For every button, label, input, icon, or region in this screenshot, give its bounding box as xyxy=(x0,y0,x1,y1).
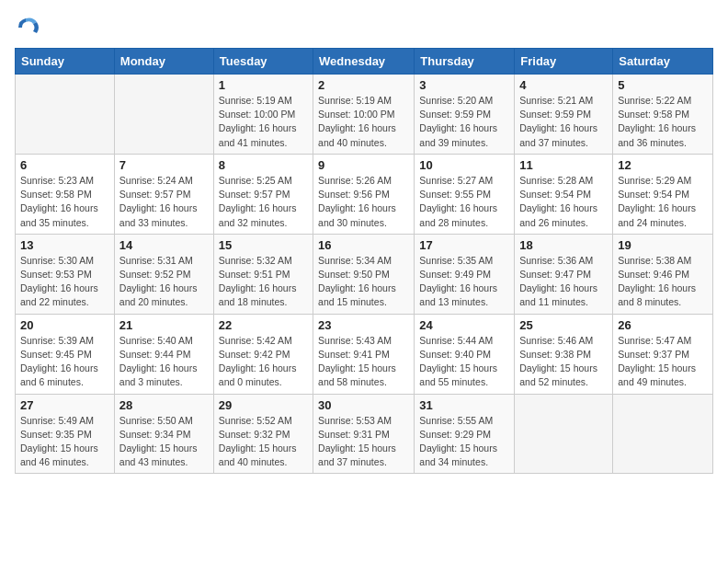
calendar-cell: 16Sunrise: 5:34 AM Sunset: 9:50 PM Dayli… xyxy=(313,234,415,314)
day-info: Sunrise: 5:38 AM Sunset: 9:46 PM Dayligh… xyxy=(618,254,708,310)
day-number: 11 xyxy=(519,158,608,172)
calendar-cell: 3Sunrise: 5:20 AM Sunset: 9:59 PM Daylig… xyxy=(415,75,515,155)
day-number: 28 xyxy=(119,398,209,412)
calendar-cell: 13Sunrise: 5:30 AM Sunset: 9:53 PM Dayli… xyxy=(16,234,115,314)
day-number: 21 xyxy=(119,318,209,332)
calendar-col-header: Thursday xyxy=(415,49,515,75)
calendar-cell: 25Sunrise: 5:46 AM Sunset: 9:38 PM Dayli… xyxy=(515,314,613,394)
day-number: 7 xyxy=(119,158,209,172)
day-info: Sunrise: 5:26 AM Sunset: 9:56 PM Dayligh… xyxy=(318,174,409,230)
day-info: Sunrise: 5:50 AM Sunset: 9:34 PM Dayligh… xyxy=(119,414,209,470)
day-number: 6 xyxy=(20,158,109,172)
day-number: 10 xyxy=(419,158,509,172)
day-info: Sunrise: 5:35 AM Sunset: 9:49 PM Dayligh… xyxy=(419,254,509,310)
day-number: 17 xyxy=(419,238,509,252)
calendar-cell xyxy=(613,394,713,474)
day-number: 25 xyxy=(519,318,608,332)
day-info: Sunrise: 5:42 AM Sunset: 9:42 PM Dayligh… xyxy=(219,334,308,390)
day-number: 19 xyxy=(618,238,708,252)
calendar-cell: 31Sunrise: 5:55 AM Sunset: 9:29 PM Dayli… xyxy=(415,394,515,474)
day-info: Sunrise: 5:39 AM Sunset: 9:45 PM Dayligh… xyxy=(20,334,109,390)
calendar-cell: 29Sunrise: 5:52 AM Sunset: 9:32 PM Dayli… xyxy=(213,394,313,474)
calendar-cell: 6Sunrise: 5:23 AM Sunset: 9:58 PM Daylig… xyxy=(16,154,115,234)
calendar-week-row: 1Sunrise: 5:19 AM Sunset: 10:00 PM Dayli… xyxy=(16,75,713,155)
day-info: Sunrise: 5:53 AM Sunset: 9:31 PM Dayligh… xyxy=(318,414,409,470)
day-number: 16 xyxy=(318,238,409,252)
calendar-cell xyxy=(515,394,613,474)
day-number: 13 xyxy=(20,238,109,252)
day-number: 18 xyxy=(519,238,608,252)
calendar-cell: 12Sunrise: 5:29 AM Sunset: 9:54 PM Dayli… xyxy=(613,154,713,234)
day-number: 26 xyxy=(618,318,708,332)
calendar-week-row: 13Sunrise: 5:30 AM Sunset: 9:53 PM Dayli… xyxy=(16,234,713,314)
day-info: Sunrise: 5:43 AM Sunset: 9:41 PM Dayligh… xyxy=(318,334,409,390)
calendar-cell: 11Sunrise: 5:28 AM Sunset: 9:54 PM Dayli… xyxy=(515,154,613,234)
day-info: Sunrise: 5:46 AM Sunset: 9:38 PM Dayligh… xyxy=(519,334,608,390)
calendar-cell: 27Sunrise: 5:49 AM Sunset: 9:35 PM Dayli… xyxy=(16,394,115,474)
day-number: 4 xyxy=(519,78,608,92)
day-number: 30 xyxy=(318,398,409,412)
day-info: Sunrise: 5:34 AM Sunset: 9:50 PM Dayligh… xyxy=(318,254,409,310)
calendar-cell: 17Sunrise: 5:35 AM Sunset: 9:49 PM Dayli… xyxy=(415,234,515,314)
day-info: Sunrise: 5:22 AM Sunset: 9:58 PM Dayligh… xyxy=(618,94,708,150)
calendar-cell: 24Sunrise: 5:44 AM Sunset: 9:40 PM Dayli… xyxy=(415,314,515,394)
day-info: Sunrise: 5:55 AM Sunset: 9:29 PM Dayligh… xyxy=(419,414,509,470)
day-info: Sunrise: 5:49 AM Sunset: 9:35 PM Dayligh… xyxy=(20,414,109,470)
calendar-cell: 7Sunrise: 5:24 AM Sunset: 9:57 PM Daylig… xyxy=(114,154,213,234)
day-number: 14 xyxy=(119,238,209,252)
logo-icon xyxy=(15,15,40,40)
calendar-cell: 30Sunrise: 5:53 AM Sunset: 9:31 PM Dayli… xyxy=(313,394,415,474)
day-info: Sunrise: 5:28 AM Sunset: 9:54 PM Dayligh… xyxy=(519,174,608,230)
calendar-cell: 4Sunrise: 5:21 AM Sunset: 9:59 PM Daylig… xyxy=(515,75,613,155)
day-number: 23 xyxy=(318,318,409,332)
calendar-cell: 22Sunrise: 5:42 AM Sunset: 9:42 PM Dayli… xyxy=(213,314,313,394)
calendar-col-header: Monday xyxy=(114,49,213,75)
calendar-cell: 28Sunrise: 5:50 AM Sunset: 9:34 PM Dayli… xyxy=(114,394,213,474)
calendar-cell: 5Sunrise: 5:22 AM Sunset: 9:58 PM Daylig… xyxy=(613,75,713,155)
day-info: Sunrise: 5:25 AM Sunset: 9:57 PM Dayligh… xyxy=(219,174,308,230)
day-info: Sunrise: 5:20 AM Sunset: 9:59 PM Dayligh… xyxy=(419,94,509,150)
calendar-cell: 26Sunrise: 5:47 AM Sunset: 9:37 PM Dayli… xyxy=(613,314,713,394)
day-info: Sunrise: 5:19 AM Sunset: 10:00 PM Daylig… xyxy=(318,94,409,150)
calendar-col-header: Sunday xyxy=(16,49,115,75)
calendar-week-row: 6Sunrise: 5:23 AM Sunset: 9:58 PM Daylig… xyxy=(16,154,713,234)
calendar-cell: 8Sunrise: 5:25 AM Sunset: 9:57 PM Daylig… xyxy=(213,154,313,234)
calendar-cell: 23Sunrise: 5:43 AM Sunset: 9:41 PM Dayli… xyxy=(313,314,415,394)
day-number: 2 xyxy=(318,78,409,92)
calendar-week-row: 27Sunrise: 5:49 AM Sunset: 9:35 PM Dayli… xyxy=(16,394,713,474)
day-number: 8 xyxy=(219,158,308,172)
day-info: Sunrise: 5:40 AM Sunset: 9:44 PM Dayligh… xyxy=(119,334,209,390)
day-number: 1 xyxy=(219,78,308,92)
calendar-header-row: SundayMondayTuesdayWednesdayThursdayFrid… xyxy=(16,49,713,75)
day-number: 3 xyxy=(419,78,509,92)
day-number: 31 xyxy=(419,398,509,412)
day-number: 29 xyxy=(219,398,308,412)
day-number: 5 xyxy=(618,78,708,92)
calendar-cell: 1Sunrise: 5:19 AM Sunset: 10:00 PM Dayli… xyxy=(213,75,313,155)
calendar-table: SundayMondayTuesdayWednesdayThursdayFrid… xyxy=(15,48,713,474)
day-info: Sunrise: 5:24 AM Sunset: 9:57 PM Dayligh… xyxy=(119,174,209,230)
day-info: Sunrise: 5:52 AM Sunset: 9:32 PM Dayligh… xyxy=(219,414,308,470)
calendar-cell: 20Sunrise: 5:39 AM Sunset: 9:45 PM Dayli… xyxy=(16,314,115,394)
day-info: Sunrise: 5:30 AM Sunset: 9:53 PM Dayligh… xyxy=(20,254,109,310)
logo xyxy=(15,15,44,40)
calendar-cell: 18Sunrise: 5:36 AM Sunset: 9:47 PM Dayli… xyxy=(515,234,613,314)
page-header xyxy=(15,15,713,40)
day-info: Sunrise: 5:19 AM Sunset: 10:00 PM Daylig… xyxy=(219,94,308,150)
day-info: Sunrise: 5:23 AM Sunset: 9:58 PM Dayligh… xyxy=(20,174,109,230)
day-info: Sunrise: 5:32 AM Sunset: 9:51 PM Dayligh… xyxy=(219,254,308,310)
calendar-cell: 9Sunrise: 5:26 AM Sunset: 9:56 PM Daylig… xyxy=(313,154,415,234)
calendar-week-row: 20Sunrise: 5:39 AM Sunset: 9:45 PM Dayli… xyxy=(16,314,713,394)
day-number: 27 xyxy=(20,398,109,412)
day-info: Sunrise: 5:27 AM Sunset: 9:55 PM Dayligh… xyxy=(419,174,509,230)
calendar-col-header: Wednesday xyxy=(313,49,415,75)
day-info: Sunrise: 5:31 AM Sunset: 9:52 PM Dayligh… xyxy=(119,254,209,310)
calendar-cell: 2Sunrise: 5:19 AM Sunset: 10:00 PM Dayli… xyxy=(313,75,415,155)
day-info: Sunrise: 5:47 AM Sunset: 9:37 PM Dayligh… xyxy=(618,334,708,390)
calendar-cell: 14Sunrise: 5:31 AM Sunset: 9:52 PM Dayli… xyxy=(114,234,213,314)
day-info: Sunrise: 5:44 AM Sunset: 9:40 PM Dayligh… xyxy=(419,334,509,390)
day-number: 22 xyxy=(219,318,308,332)
calendar-cell xyxy=(114,75,213,155)
day-info: Sunrise: 5:36 AM Sunset: 9:47 PM Dayligh… xyxy=(519,254,608,310)
calendar-col-header: Friday xyxy=(515,49,613,75)
